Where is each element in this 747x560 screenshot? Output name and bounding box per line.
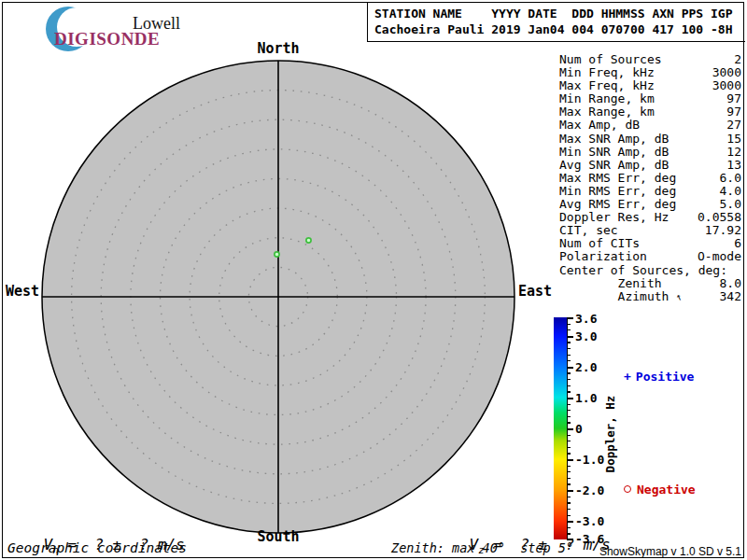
negative-circle-icon [624,485,631,493]
param-row: Azimuth ↑ 342 [559,290,741,303]
colorbar-tick-label: 0 [575,422,583,436]
colorbar-tick-label: 3.0 [575,329,597,343]
colorbar-tick [567,367,573,369]
plus-icon: + [624,370,631,384]
param-row: Zenith8.0 [559,277,741,290]
param-row: Max SNR Amp, dB15 [559,133,741,146]
param-row: Avg RMS Err, deg5.0 [559,198,741,211]
param-row: Min SNR Amp, dB12 [559,146,741,159]
param-row: Num of Sources2 [559,53,741,66]
compass-south-label: South [257,528,299,545]
colorbar-tick [567,490,573,492]
compass-north-label: North [257,40,299,57]
param-row: Avg SNR Amp, dB13 [559,159,741,172]
doppler-colorbar [554,317,567,539]
colorbar-tick [567,317,573,319]
coordinate-system-label: Geographic coordinates [7,540,187,555]
colorbar-tick [567,428,573,430]
param-row: Max Freq, kHz3000 [559,79,741,92]
param-row: Num of CITs6 [559,237,741,250]
measurement-parameters-panel: Num of Sources2 Min Freq, kHz3000 Max Fr… [559,53,741,303]
station-header-values: Cachoeira Pauli 2019 Jan04 004 070700 41… [368,22,745,38]
colorbar-tick [567,336,573,338]
compass-west-label: West [6,283,39,300]
param-row: Min RMS Err, deg4.0 [559,185,741,198]
compass-east-label: East [518,283,552,300]
negative-doppler-legend: Negative [624,483,696,497]
param-row: Min Freq, kHz3000 [559,66,741,79]
param-row: Doppler Res, Hz0.0558 [559,211,741,224]
positive-doppler-legend: +Positive [624,370,694,384]
param-row: Max RMS Err, deg6.0 [559,172,741,185]
colorbar-tick-label: 3.6 [575,312,597,326]
station-header-box: STATION NAME YYYY DATE DDD HHMMSS AXN PP… [367,2,745,42]
param-row: Center of Sources, deg: [559,264,741,277]
colorbar-tick-label: 2.0 [575,360,597,374]
colorbar-tick [567,459,573,461]
source-dot [275,252,279,257]
colorbar-tick-label: -1.0 [575,453,604,467]
software-version-label: ShowSkymap v 1.0 SD v 5.1 [523,545,741,558]
colorbar-title: Doppler, Hz [603,396,617,473]
colorbar-tick-label: 1.0 [575,391,597,405]
param-row: CIT, sec17.92 [559,224,741,237]
source-dot [306,238,311,243]
showskymap-window: Lowell DIGISONDE STATION NAME YYYY DATE … [0,0,747,560]
param-row: Max Range, km97 [559,105,741,119]
param-row: Min Range, km97 [559,92,741,105]
station-header-columns: STATION NAME YYYY DATE DDD HHMMSS AXN PP… [368,2,745,22]
logo-digisonde-text: DIGISONDE [54,29,160,49]
colorbar-tick [567,398,573,399]
colorbar-tick-label: -2.0 [575,483,604,497]
param-row: Max Amp, dB27 [559,119,741,132]
param-row: PolarizationO-mode [559,250,741,263]
